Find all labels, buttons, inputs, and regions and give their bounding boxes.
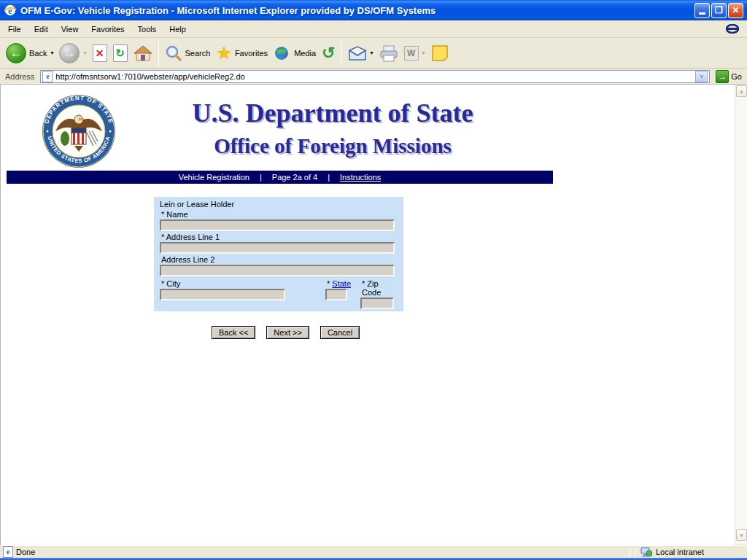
menu-favorites[interactable]: Favorites <box>85 23 131 36</box>
status-page-icon: e <box>3 546 13 558</box>
search-icon <box>165 44 182 62</box>
back-icon: ← <box>6 43 26 63</box>
forward-dropdown-icon: ▾ <box>83 50 86 56</box>
address-input[interactable]: e http://ofmsntsorw1:7010/webster/app/ve… <box>40 70 710 83</box>
menu-file[interactable]: File <box>1 23 28 36</box>
toolbar-separator <box>341 41 342 66</box>
zip-field[interactable] <box>360 298 394 309</box>
favorites-button[interactable]: ★ Favorites <box>213 42 271 65</box>
menu-view[interactable]: View <box>55 23 85 36</box>
media-label: Media <box>294 49 316 58</box>
nav-separator: | <box>260 173 262 182</box>
mail-dropdown-icon[interactable]: ▾ <box>371 50 374 56</box>
name-label: * Name <box>161 210 398 219</box>
svg-text:♪: ♪ <box>284 49 289 60</box>
go-button[interactable]: → Go <box>713 70 745 83</box>
state-link[interactable]: State <box>332 279 351 288</box>
nav-separator: | <box>328 173 330 182</box>
print-button[interactable] <box>376 43 401 63</box>
cancel-button[interactable]: Cancel <box>320 326 360 339</box>
edit-dropdown-icon: ▾ <box>422 50 425 56</box>
go-label: Go <box>731 72 742 81</box>
favorites-star-icon: ★ <box>216 43 232 63</box>
page-heading: U.S. Department of State Office of Forei… <box>132 98 533 158</box>
search-label: Search <box>185 49 211 58</box>
media-icon: ♪ <box>274 44 291 62</box>
home-button[interactable] <box>131 43 155 63</box>
svg-text:e: e <box>8 5 12 16</box>
refresh-button[interactable]: ↻ <box>110 43 131 63</box>
instructions-link[interactable]: Instructions <box>340 173 381 182</box>
menu-bar: File Edit View Favorites Tools Help <box>0 20 747 38</box>
back-button[interactable]: ← Back ▾ <box>3 42 56 65</box>
agency-title: U.S. Department of State <box>132 98 533 128</box>
next-page-button[interactable]: Next >> <box>266 326 309 339</box>
vertical-scrollbar[interactable]: ▲ ▼ <box>735 85 747 544</box>
lien-holder-form-panel: Lein or Lease Holder * Name * Address Li… <box>154 197 403 311</box>
brand-icon <box>725 24 740 34</box>
stop-icon: ✕ <box>93 44 107 62</box>
name-field[interactable] <box>160 219 395 231</box>
address1-label: * Address Line 1 <box>161 233 398 241</box>
minimize-button[interactable] <box>694 3 710 18</box>
favorites-label: Favorites <box>235 49 268 58</box>
menu-edit[interactable]: Edit <box>28 23 55 36</box>
city-field[interactable] <box>160 289 285 300</box>
history-icon: ↺ <box>322 44 335 63</box>
title-bar: e OFM E-Gov: Vehicle Registration - Micr… <box>0 0 747 20</box>
refresh-icon: ↻ <box>113 44 128 62</box>
department-of-state-seal: DEPARTMENT OF STATE UNITED STATES OF AME… <box>41 93 117 172</box>
stop-button[interactable]: ✕ <box>90 43 110 63</box>
go-arrow-icon: → <box>716 70 729 83</box>
mail-icon <box>348 46 367 61</box>
standard-buttons-toolbar: ← Back ▾ → ▾ ✕ ↻ Search <box>0 38 747 69</box>
print-icon <box>379 44 398 62</box>
page-navigation-bar: Vehicle Registration | Page 2a of 4 | In… <box>7 171 553 184</box>
zip-label: * Zip Code <box>362 279 397 297</box>
form-buttons: Back << Next >> Cancel <box>212 326 360 339</box>
address2-label: Address Line 2 <box>161 255 398 264</box>
forward-button[interactable]: → ▾ <box>56 42 89 65</box>
window-title: OFM E-Gov: Vehicle Registration - Micros… <box>20 5 694 16</box>
media-button[interactable]: ♪ Media <box>271 43 319 63</box>
mail-button[interactable]: ▾ <box>345 44 376 62</box>
menu-help[interactable]: Help <box>163 23 193 36</box>
forward-icon: → <box>59 43 80 63</box>
zone-label: Local intranet <box>656 548 704 556</box>
back-label: Back <box>29 49 47 58</box>
address1-field[interactable] <box>160 242 395 254</box>
page-icon: e <box>42 71 53 82</box>
restore-button[interactable]: ❐ <box>711 3 727 18</box>
address2-field[interactable] <box>160 265 395 276</box>
local-intranet-icon <box>640 547 652 557</box>
address-dropdown-icon[interactable]: ˅ <box>695 71 708 82</box>
browser-window: e OFM E-Gov: Vehicle Registration - Micr… <box>0 0 747 560</box>
status-divider <box>635 548 635 557</box>
back-dropdown-icon[interactable]: ▾ <box>50 50 53 56</box>
address-url[interactable]: http://ofmsntsorw1:7010/webster/app/vehi… <box>55 72 695 81</box>
home-icon <box>133 44 152 62</box>
state-field[interactable] <box>325 289 347 300</box>
status-bar: e Done Local intranet <box>0 545 747 558</box>
discuss-button[interactable] <box>428 43 452 63</box>
edit-with-word-button[interactable]: W ▾ <box>401 44 428 62</box>
close-button[interactable]: ✕ <box>728 3 743 18</box>
ie-logo-icon: e <box>4 4 17 17</box>
toolbar-separator <box>158 41 159 66</box>
scroll-up-icon[interactable]: ▲ <box>736 85 747 97</box>
office-subtitle: Office of Foreign Missions <box>132 134 533 158</box>
page-content: DEPARTMENT OF STATE UNITED STATES OF AME… <box>0 85 735 545</box>
address-label: Address <box>2 72 37 81</box>
minimize-glyph <box>699 12 705 15</box>
nav-section-label: Vehicle Registration <box>179 173 249 182</box>
nav-page-indicator: Page 2a of 4 <box>272 173 317 182</box>
menu-tools[interactable]: Tools <box>131 23 163 36</box>
city-label: * City <box>161 279 325 288</box>
scroll-down-icon[interactable]: ▼ <box>736 529 747 541</box>
history-button[interactable]: ↺ <box>319 42 338 64</box>
word-icon: W <box>404 46 419 61</box>
group-label: Lein or Lease Holder <box>160 200 398 209</box>
back-page-button[interactable]: Back << <box>212 326 255 339</box>
search-button[interactable]: Search <box>162 43 214 63</box>
note-icon <box>431 44 449 62</box>
